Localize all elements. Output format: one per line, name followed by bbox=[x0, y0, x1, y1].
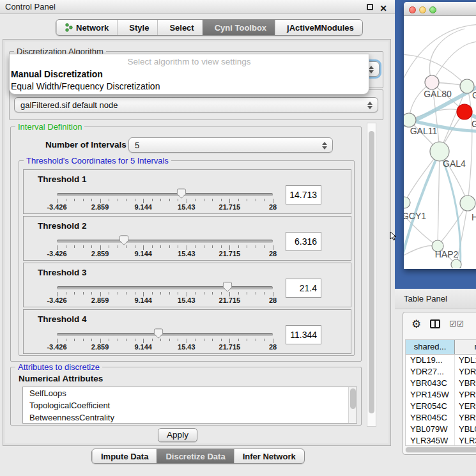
network-node[interactable] bbox=[457, 104, 472, 119]
tick-mark bbox=[256, 245, 256, 248]
network-svg[interactable]: GAL80GAGGAL11GAL4GCY1HHAP2 bbox=[404, 16, 476, 268]
network-node[interactable] bbox=[451, 259, 461, 268]
number-of-intervals-select[interactable]: 5 bbox=[128, 137, 333, 153]
close-traffic-light[interactable] bbox=[409, 6, 416, 13]
cell-name[interactable]: YDR2 bbox=[455, 366, 476, 378]
threshold-slider[interactable]: -3.426 2.859 9.144 15.43 21.715 bbox=[57, 236, 273, 257]
tick-mark bbox=[212, 292, 213, 295]
network-edge[interactable] bbox=[429, 29, 464, 82]
table-data-select[interactable]: galFiltered.sif default node bbox=[14, 97, 378, 112]
slider-tick-labels: -3.426 2.859 9.144 15.43 21.715 bbox=[57, 250, 273, 257]
settings-gear-icon[interactable]: ⚙ bbox=[411, 319, 421, 330]
slider-thumb[interactable] bbox=[119, 235, 128, 245]
apply-button[interactable]: Apply bbox=[158, 428, 197, 442]
network-node[interactable] bbox=[404, 197, 410, 208]
threshold-value-input[interactable] bbox=[286, 232, 321, 251]
slider-thumb[interactable] bbox=[153, 328, 163, 339]
threshold-value-input[interactable] bbox=[286, 325, 321, 344]
cell-shared-name[interactable]: YPR145W bbox=[406, 389, 455, 401]
network-node[interactable] bbox=[425, 75, 439, 89]
network-edge[interactable] bbox=[432, 42, 476, 82]
attributes-list-scrollbar-thumb[interactable] bbox=[350, 388, 356, 409]
cyni-bottom-tab[interactable]: Impute Data bbox=[92, 449, 157, 463]
cell-name[interactable]: YDL1 bbox=[455, 355, 476, 366]
column-header-shared-name[interactable]: shared... bbox=[406, 340, 455, 354]
cell-shared-name[interactable]: YER054C bbox=[406, 401, 455, 412]
float-window-icon[interactable] bbox=[367, 4, 373, 10]
network-node[interactable] bbox=[404, 113, 416, 127]
cell-shared-name[interactable]: YBR043C bbox=[406, 378, 455, 389]
slider-thumb[interactable] bbox=[177, 188, 187, 199]
table-row[interactable]: YDR27... YDR2 bbox=[406, 366, 476, 378]
threshold-value-input[interactable] bbox=[286, 279, 321, 298]
control-panel-tab[interactable]: Select bbox=[157, 20, 202, 35]
cell-name[interactable]: YER0 bbox=[455, 401, 476, 412]
network-window-titlebar[interactable] bbox=[404, 2, 476, 16]
main-vertical-scrollbar[interactable] bbox=[367, 123, 376, 427]
zoom-traffic-light[interactable] bbox=[429, 6, 436, 13]
threshold-slider[interactable]: -3.426 2.859 9.144 15.43 21.715 bbox=[57, 189, 273, 211]
control-panel-tab[interactable]: Cyni Toolbox bbox=[203, 20, 275, 35]
slider-track[interactable] bbox=[57, 193, 273, 196]
cyni-bottom-tab[interactable]: Infer Network bbox=[234, 449, 304, 463]
tick-mark bbox=[74, 292, 75, 295]
tab-label: Network bbox=[76, 23, 109, 33]
tick-mark bbox=[247, 292, 247, 295]
control-panel-tab[interactable]: Network bbox=[56, 20, 117, 35]
table-horizontal-scrollbar-thumb[interactable] bbox=[406, 447, 476, 452]
threshold-slider[interactable]: -3.426 2.859 9.144 15.43 21.715 bbox=[57, 329, 273, 351]
cyni-bottom-tab[interactable]: Discretize Data bbox=[157, 449, 233, 463]
tick-mark bbox=[238, 199, 239, 201]
attribute-item[interactable]: TopologicalCoefficient bbox=[23, 399, 357, 411]
cell-shared-name[interactable]: YLR345W bbox=[406, 435, 455, 446]
network-node[interactable] bbox=[460, 196, 475, 211]
cell-name[interactable]: YLR3 bbox=[455, 435, 476, 446]
mouse-cursor bbox=[390, 231, 397, 242]
network-edge[interactable] bbox=[467, 86, 472, 203]
slider-track[interactable] bbox=[57, 286, 273, 289]
table-row[interactable]: YLR345W YLR3 bbox=[406, 435, 476, 446]
table-row[interactable]: YER054C YER0 bbox=[406, 401, 476, 412]
slider-track[interactable] bbox=[57, 333, 273, 336]
split-columns-icon[interactable] bbox=[430, 319, 440, 328]
table-row[interactable]: YDL19... YDL1 bbox=[406, 355, 476, 366]
attribute-item[interactable]: BetweennessCentrality bbox=[23, 411, 357, 424]
tick-mark bbox=[195, 292, 196, 295]
cell-shared-name[interactable]: YDL19... bbox=[406, 355, 455, 366]
algorithm-option[interactable]: Equal Width/Frequency Discretization bbox=[10, 81, 369, 93]
attributes-title: Attributes to discretize bbox=[15, 362, 102, 372]
tick-mark bbox=[169, 245, 170, 248]
table-horizontal-scrollbar[interactable] bbox=[405, 447, 476, 453]
cell-name[interactable]: YBR0 bbox=[455, 378, 476, 389]
slider-tick-labels: -3.426 2.859 9.144 15.43 21.715 bbox=[57, 203, 273, 211]
cell-name[interactable]: YBL0 bbox=[455, 424, 476, 435]
threshold-value-input[interactable] bbox=[286, 185, 321, 204]
threshold-slider[interactable]: -3.426 2.859 9.144 15.43 21.715 bbox=[57, 282, 273, 304]
main-vertical-scrollbar-thumb[interactable] bbox=[369, 131, 374, 413]
control-panel-tab[interactable]: Style bbox=[117, 20, 157, 35]
table-row[interactable]: YBR043C YBR0 bbox=[406, 378, 476, 389]
table-row[interactable]: YPR145W YPR1 bbox=[406, 389, 476, 401]
column-header-name[interactable]: na bbox=[455, 340, 476, 354]
cell-name[interactable]: YBR0 bbox=[455, 412, 476, 424]
network-edge[interactable] bbox=[438, 151, 440, 246]
table-row[interactable]: YBL079W YBL0 bbox=[406, 424, 476, 435]
cell-shared-name[interactable]: YDR27... bbox=[406, 366, 455, 378]
minimize-traffic-light[interactable] bbox=[419, 6, 426, 13]
table-row[interactable]: YBR045C YBR0 bbox=[406, 412, 476, 424]
cell-name[interactable]: YPR1 bbox=[455, 389, 476, 401]
close-icon[interactable]: ✕ bbox=[380, 1, 387, 15]
slider-track[interactable] bbox=[57, 240, 273, 243]
numerical-attributes-list[interactable]: SelfLoops TopologicalCoefficient Between… bbox=[22, 387, 357, 424]
control-panel-tab[interactable]: jActiveMNodules bbox=[275, 20, 362, 35]
tick-label: -3.426 bbox=[47, 296, 66, 304]
attributes-list-scrollbar[interactable] bbox=[348, 387, 357, 424]
threshold-panel: Threshold 4 bbox=[23, 309, 351, 354]
tick-mark bbox=[91, 245, 92, 248]
cell-shared-name[interactable]: YBR045C bbox=[406, 412, 455, 424]
cell-shared-name[interactable]: YBL079W bbox=[406, 424, 455, 435]
algorithm-option[interactable]: Manual Discretization bbox=[10, 68, 369, 81]
checked-boxes-icon[interactable]: ☑☑ bbox=[449, 320, 464, 328]
attribute-item[interactable]: SelfLoops bbox=[23, 387, 357, 399]
slider-thumb[interactable] bbox=[223, 282, 233, 292]
